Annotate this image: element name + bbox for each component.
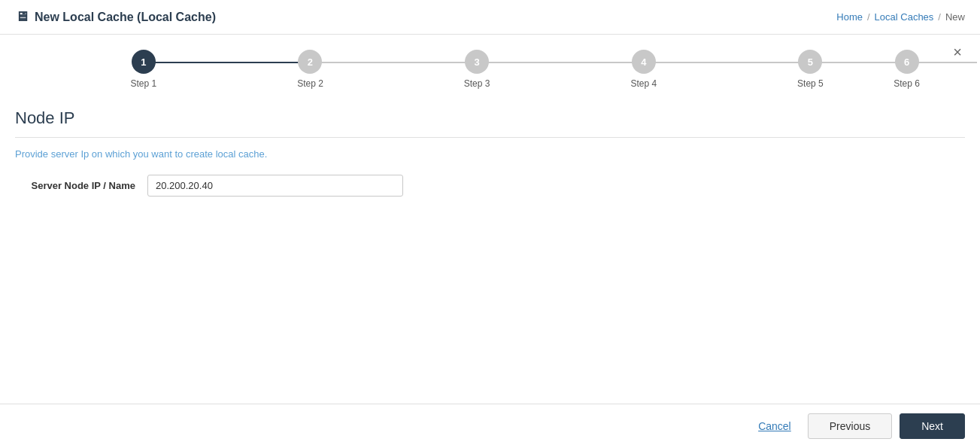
step-item-2: 2 Step 2 — [227, 50, 394, 89]
step-circle-3: 3 — [465, 50, 489, 74]
stepper-wrapper: 1 Step 1 2 Step 2 3 Step 3 4 Step 4 — [0, 35, 980, 96]
step-label-1: Step 1 — [130, 78, 156, 89]
breadcrumb-local-caches[interactable]: Local Caches — [875, 11, 934, 23]
server-node-input[interactable] — [147, 175, 403, 197]
breadcrumb: Home / Local Caches / New — [836, 11, 965, 23]
step-label-5: Step 5 — [797, 78, 824, 89]
step-circle-1: 1 — [132, 50, 156, 74]
step-label-3: Step 3 — [464, 78, 490, 89]
section-divider — [15, 137, 965, 138]
section-title: Node IP — [15, 108, 965, 128]
step-label-4: Step 4 — [630, 78, 657, 89]
monitor-icon: 🖥 — [15, 9, 29, 25]
breadcrumb-current: New — [945, 11, 965, 23]
step-label-2: Step 2 — [297, 78, 323, 89]
breadcrumb-home[interactable]: Home — [836, 11, 863, 23]
form-row: Server Node IP / Name — [15, 175, 965, 197]
close-button[interactable]: × — [950, 41, 965, 62]
step-circle-6: 6 — [895, 50, 919, 74]
page-wrapper: 🖥 New Local Cache (Local Cache) Home / L… — [0, 0, 980, 448]
main-content: Node IP Provide server Ip on which you w… — [0, 96, 980, 404]
info-text: Provide server Ip on which you want to c… — [15, 148, 965, 160]
step-circle-2: 2 — [298, 50, 322, 74]
stepper: 1 Step 1 2 Step 2 3 Step 3 4 Step 4 — [60, 50, 920, 89]
step-item-6: 6 Step 6 — [894, 50, 920, 89]
step-item-3: 3 Step 3 — [393, 50, 560, 89]
header: 🖥 New Local Cache (Local Cache) Home / L… — [0, 0, 980, 35]
server-node-label: Server Node IP / Name — [15, 180, 135, 191]
step-item-1: 1 Step 1 — [60, 50, 227, 89]
next-button[interactable]: Next — [900, 413, 965, 439]
step-circle-4: 4 — [632, 50, 656, 74]
step-label-6: Step 6 — [894, 78, 920, 89]
previous-button[interactable]: Previous — [808, 413, 892, 439]
step-circle-5: 5 — [798, 50, 822, 74]
title-text: New Local Cache (Local Cache) — [35, 11, 216, 24]
footer: Cancel Previous Next — [0, 404, 980, 448]
step-item-4: 4 Step 4 — [560, 50, 727, 89]
step-item-5: 5 Step 5 — [727, 50, 894, 89]
cancel-button[interactable]: Cancel — [749, 414, 800, 438]
page-title: 🖥 New Local Cache (Local Cache) — [15, 9, 216, 25]
breadcrumb-sep-2: / — [938, 11, 941, 23]
breadcrumb-sep-1: / — [867, 11, 870, 23]
